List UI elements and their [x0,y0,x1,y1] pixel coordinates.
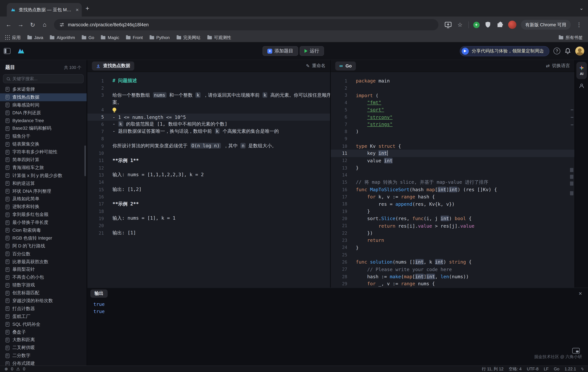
code-line[interactable]: 28 hash := make(map[int]int, len(nums)) [331,273,574,280]
code-line[interactable]: 18 res = append(res, Kv{k, v}) [331,200,574,207]
ai-assistant-button[interactable]: AI [577,62,587,79]
code-line[interactable]: 8) [331,128,574,135]
code-line[interactable]: 3给你一个整数数组 nums 和一个整数 k ，请你返回其中出现频率前 k 高的… [87,92,330,99]
all-bookmarks[interactable]: 所有书签 [559,35,583,40]
code-line[interactable]: 11 key int [331,150,574,157]
assistant-button[interactable] [578,82,586,90]
sidebar-item[interactable]: 环状 DNA 序列整理 [0,187,87,195]
chrome-update-button[interactable]: 有新版 Chrome 可用 [521,20,571,30]
code-line[interactable]: 12 [87,164,330,171]
sidebar-item[interactable]: 比赛最高获胜次数 [0,258,87,266]
scrollbar-block[interactable] [570,168,573,172]
sidebar-item[interactable]: 及格如此简单 [0,195,87,203]
scrollbar-block[interactable] [570,191,573,195]
add-problem-button[interactable]: + 添加题目 [262,46,298,56]
switch-language-button[interactable]: ⇄ 切换语言 [546,62,570,69]
run-button[interactable]: 运行 [300,46,324,56]
scrollbar-block[interactable] [570,181,573,186]
code-line[interactable]: 16func MapToSliceSort(hash map[int]int) … [331,186,574,193]
sidebar-item[interactable]: 病毒感染时间 [0,101,87,109]
bookmark-item[interactable]: 应用 [5,35,21,40]
code-line[interactable]: 25 [331,251,574,258]
status-segment[interactable]: Go [554,367,559,371]
sidebar-item[interactable]: 字符串有多少种可能性 [0,148,87,156]
search-input[interactable]: 关键字搜索... [3,74,84,83]
code-line[interactable]: 17 for k, v := range hash { [331,193,574,200]
scrollbar-block[interactable] [570,175,573,179]
sidebar-item[interactable]: SQL 代码补全 [0,320,87,328]
sidebar-item[interactable]: 二分数字 [0,352,87,360]
code-line[interactable]: 23 return [331,237,574,244]
output-close-icon[interactable]: × [579,290,582,296]
code-line[interactable]: 4 "fmt" [331,99,574,106]
code-line[interactable]: 18 [87,208,330,215]
extensions-puzzle-icon[interactable] [496,21,504,29]
bookmark-item[interactable]: Python [149,35,170,40]
bookmark-item[interactable]: Java [27,35,43,40]
code-line[interactable]: 5 "sort" [331,106,574,113]
sidebar-item[interactable]: 暴雨梨花针 [0,266,87,274]
code-line[interactable]: 14 [87,179,330,186]
code-line[interactable]: 16 [87,193,330,200]
bookmark-star-icon[interactable]: ☆ [456,21,464,29]
code-line[interactable]: 4 [87,106,330,113]
code-line[interactable]: 17**示例 2** [87,200,330,207]
code-line[interactable]: 10type Kv struct { [331,142,574,150]
sidebar-item[interactable]: 查找热点数据 [0,93,87,101]
code-line[interactable]: 14 [331,171,574,179]
sidebar-toggle-icon[interactable] [4,48,10,54]
code-line[interactable]: 6- k 的取值范围是 [1, 数组中不相同的元素的个数] [87,121,330,128]
sidebar-item[interactable]: Cion 勒索病毒 [0,227,87,234]
sidebar-item[interactable]: 创意标题匹配 [0,289,87,297]
status-segment[interactable]: UTF-8 [527,367,538,371]
help-icon[interactable]: ? [554,48,560,54]
code-line[interactable]: 15输出: [1,2] [87,186,330,193]
sidebar-item[interactable]: 叠盘子 [0,328,87,336]
bookmark-item[interactable]: Algorithm [50,35,75,40]
code-line[interactable]: 26func solution(nums []int, k int) strin… [331,258,574,266]
sidebar-item[interactable]: 穿越沙漠的补给次数 [0,297,87,305]
rename-button[interactable]: ✎ 重命名 [306,62,326,69]
code-line[interactable]: 13} [331,164,574,171]
home-icon[interactable]: ⌂ [39,19,50,30]
sidebar-item[interactable]: 蛋糕工厂 [0,312,87,320]
url-text[interactable]: marscode.cn/practice/8e6q246q18l4en [68,22,149,27]
code-line[interactable]: 8 [87,135,330,142]
status-problems[interactable]: ⊗ 0 ⚠ 0 [5,366,25,371]
shield-extension-icon[interactable] [484,21,492,29]
sidebar-item[interactable]: 和的逆运算 [0,179,87,187]
code-line[interactable]: 29 for _, v := range nums { [331,280,574,287]
sidebar-item[interactable]: RGB 色值转 Integer [0,234,87,242]
bookmark-item[interactable]: Go [82,35,94,40]
spark-icon[interactable]: ϟ [581,367,583,371]
bookmark-item[interactable]: 可观测性 [207,35,231,40]
code-line[interactable]: 15// 将 map 转换为 slice, 并基于 map-value 进行了排… [331,179,574,186]
code-line[interactable]: 20 sort.Slice(res, func(i, j int) bool { [331,215,574,222]
sidebar-item[interactable]: Base32 编码和解码 [0,124,87,133]
code-line[interactable]: 9你所设计算法的时间复杂度必须优于 O(n log n) ，其中 n 是数组大小… [87,142,330,150]
sidebar-item[interactable]: 阿 D 的飞行路线 [0,242,87,250]
sidebar-item[interactable]: 拿到最多红包金额 [0,211,87,219]
new-tab-button[interactable]: + [85,5,89,11]
kebab-menu-icon[interactable]: ⋮ [575,21,583,29]
code-line[interactable]: 22 }) [331,229,574,237]
sidebar-scrollbar[interactable] [84,145,86,176]
code-line[interactable]: 19 } [331,208,574,215]
install-app-icon[interactable] [444,21,452,29]
code-line[interactable]: 7 "strings" [331,121,574,128]
code-line[interactable]: 10 [87,150,330,157]
reload-icon[interactable]: ↻ [27,19,38,30]
code-line[interactable]: 19输入: nums = [1], k = 1 [87,215,330,222]
forward-icon[interactable]: → [15,19,26,30]
sidebar-item[interactable]: 百分位数 [0,250,87,258]
tab-search-chevron-icon[interactable]: ⌄ [579,5,583,11]
output-tab[interactable]: 输出 [90,289,108,298]
code-line[interactable]: 21输出: [1] [87,229,330,237]
sidebar-item[interactable]: DNA 序列还原 [0,109,87,117]
marscode-logo[interactable] [17,47,25,55]
code-editor[interactable]: 1package main23import (4 "fmt"5 "sort"6 … [331,72,574,288]
code-line[interactable]: 3import ( [331,92,574,99]
code-line[interactable]: 13输入: nums = [1,1,1,2,2,3], k = 2 [87,171,330,179]
presentation-mode-icon[interactable] [572,348,580,353]
browser-profile-avatar[interactable] [508,21,516,29]
